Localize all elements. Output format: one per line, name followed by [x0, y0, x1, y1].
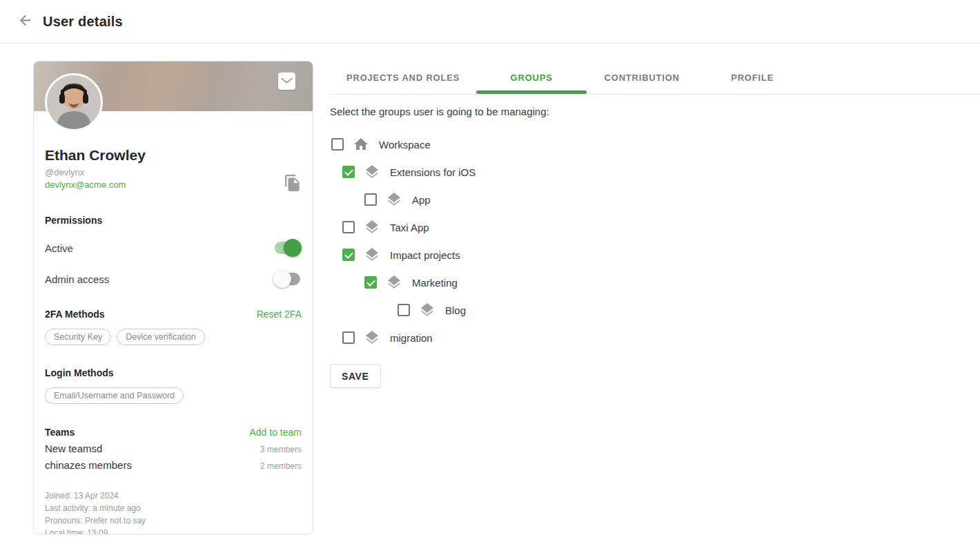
- layers-icon: [364, 219, 380, 235]
- team-row: chinazes members 2 members: [45, 459, 302, 471]
- tree-item-migration[interactable]: migration: [330, 324, 980, 351]
- active-toggle[interactable]: [273, 239, 302, 257]
- twofa-heading: 2FA Methods: [45, 309, 105, 320]
- tree-item-blog[interactable]: Blog: [330, 296, 980, 324]
- tab-profile[interactable]: PROFILE: [697, 61, 807, 94]
- meta-pronouns: Pronouns: Prefer not to say: [45, 514, 302, 527]
- user-meta-block: Joined: 13 Apr 2024 Last activity: a min…: [45, 490, 302, 534]
- team-name: chinazes members: [45, 459, 132, 471]
- back-button[interactable]: [8, 5, 41, 38]
- copy-icon: [284, 182, 302, 194]
- meta-last-activity: Last activity: a minute ago: [45, 502, 302, 514]
- reset-2fa-link[interactable]: Reset 2FA: [257, 309, 302, 320]
- tab-contribution[interactable]: CONTRIBUTION: [587, 61, 697, 94]
- admin-access-label: Admin access: [45, 273, 109, 285]
- send-email-button[interactable]: [278, 72, 295, 90]
- checkbox[interactable]: [398, 304, 410, 316]
- tree-item-marketing[interactable]: Marketing: [330, 269, 980, 296]
- twofa-chip-device-verification: Device verification: [117, 329, 204, 345]
- twofa-chip-security-key: Security Key: [45, 329, 111, 345]
- save-button[interactable]: SAVE: [330, 364, 381, 388]
- copy-button[interactable]: [284, 174, 302, 192]
- meta-joined: Joined: 13 Apr 2024: [45, 490, 302, 502]
- checkbox[interactable]: [342, 221, 355, 233]
- checkbox[interactable]: [342, 331, 355, 344]
- groups-instruction: Select the groups user is going to be ma…: [330, 106, 980, 117]
- app-header: User details: [0, 0, 980, 44]
- layers-icon: [386, 274, 402, 291]
- envelope-icon: [281, 75, 293, 88]
- user-name: Ethan Crowley: [45, 147, 302, 164]
- team-name: New teamsd: [45, 443, 102, 454]
- permissions-heading: Permissions: [45, 215, 302, 226]
- layers-icon: [364, 246, 380, 263]
- tree-item-workspace[interactable]: Workspace: [330, 130, 980, 158]
- teams-heading: Teams: [45, 427, 75, 438]
- checkbox[interactable]: [331, 138, 344, 151]
- tree-item-taxi-app[interactable]: Taxi App: [330, 213, 980, 241]
- user-profile-card: Ethan Crowley @devlynx devlynx@acme.com …: [33, 61, 313, 534]
- layers-icon: [364, 329, 380, 346]
- checkbox[interactable]: [342, 166, 355, 178]
- tree-item-app[interactable]: App: [330, 186, 980, 213]
- user-email-link[interactable]: devlynx@acme.com: [45, 180, 126, 190]
- user-handle: @devlynx: [45, 167, 302, 177]
- team-members-count: 3 members: [260, 445, 302, 454]
- avatar-photo: [47, 75, 101, 129]
- page-title: User details: [43, 14, 123, 30]
- user-details-panel: PROJECTS AND ROLES GROUPS CONTRIBUTION P…: [330, 61, 980, 388]
- tab-groups[interactable]: GROUPS: [476, 61, 587, 94]
- team-members-count: 2 members: [260, 461, 302, 471]
- active-label: Active: [45, 242, 73, 254]
- add-to-team-link[interactable]: Add to team: [250, 427, 302, 438]
- admin-access-toggle-row: Admin access: [45, 270, 302, 288]
- layers-icon: [419, 302, 435, 318]
- tabbar: PROJECTS AND ROLES GROUPS CONTRIBUTION P…: [330, 61, 980, 95]
- arrow-left-icon: [17, 12, 33, 31]
- active-toggle-row: Active: [45, 239, 302, 257]
- layers-icon: [386, 191, 402, 208]
- tree-item-extensions-for-ios[interactable]: Extensions for iOS: [330, 158, 980, 186]
- avatar: [45, 73, 103, 131]
- admin-access-toggle[interactable]: [273, 270, 302, 288]
- home-icon: [353, 136, 369, 153]
- checkbox[interactable]: [342, 249, 355, 261]
- meta-local-time: Local time: 13:09: [45, 527, 302, 534]
- tree-item-impact-projects[interactable]: Impact projects: [330, 241, 980, 269]
- profile-card-content: Ethan Crowley @devlynx devlynx@acme.com …: [34, 147, 313, 534]
- checkbox[interactable]: [364, 193, 377, 206]
- team-row: New teamsd 3 members: [45, 443, 302, 454]
- login-method-chip: Email/Username and Password: [45, 387, 184, 404]
- layers-icon: [364, 164, 380, 180]
- tab-projects-and-roles[interactable]: PROJECTS AND ROLES: [330, 61, 476, 94]
- login-methods-heading: Login Methods: [45, 367, 302, 378]
- checkbox[interactable]: [364, 276, 377, 289]
- groups-tree: Workspace Extensions for iOS App Taxi Ap…: [330, 130, 980, 351]
